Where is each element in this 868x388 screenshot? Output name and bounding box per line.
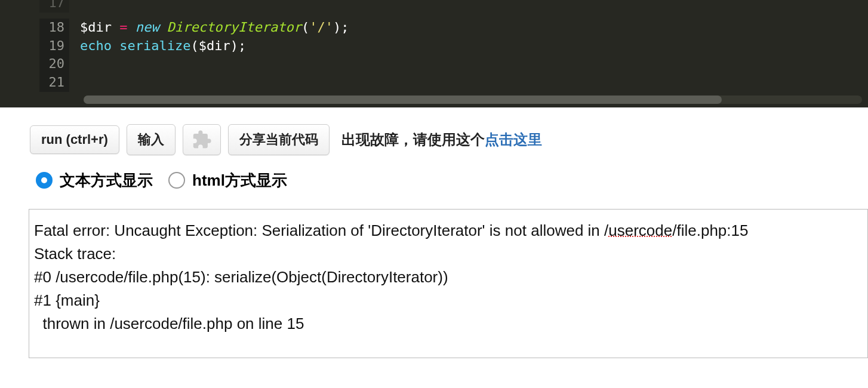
- editor-horizontal-scrollbar[interactable]: [84, 96, 862, 104]
- output-line: Stack trace:: [34, 245, 116, 263]
- radio-icon: [168, 172, 185, 189]
- line-number: 20: [39, 55, 69, 73]
- radio-icon: [36, 172, 53, 189]
- output-line: usercode: [608, 221, 672, 239]
- fault-notice: 出现故障，请使用这个点击这里: [341, 130, 542, 149]
- notice-link[interactable]: 点击这里: [485, 131, 542, 147]
- run-button[interactable]: run (ctrl+r): [30, 125, 119, 154]
- output-line: thrown in /usercode/file.php on line 15: [34, 315, 304, 332]
- display-mode-html[interactable]: html方式显示: [168, 170, 287, 191]
- code-line[interactable]: [69, 0, 80, 19]
- input-button[interactable]: 输入: [127, 124, 176, 155]
- scrollbar-thumb[interactable]: [84, 96, 722, 104]
- display-mode-text-label: 文本方式显示: [60, 170, 153, 191]
- toolbar: run (ctrl+r) 输入 分享当前代码 出现故障，请使用这个点击这里: [0, 107, 868, 164]
- output-line: /file.php:15: [672, 221, 748, 239]
- extensions-button[interactable]: [183, 124, 221, 155]
- code-line[interactable]: $dir = new DirectoryIterator('/');: [69, 19, 349, 37]
- code-editor[interactable]: 1718$dir = new DirectoryIterator('/');19…: [0, 0, 868, 107]
- share-code-button[interactable]: 分享当前代码: [228, 124, 330, 155]
- line-number: 17: [39, 0, 69, 13]
- display-mode-text[interactable]: 文本方式显示: [36, 170, 153, 191]
- output-panel[interactable]: Fatal error: Uncaught Exception: Seriali…: [29, 209, 868, 358]
- code-line[interactable]: echo serialize($dir);: [69, 37, 246, 56]
- output-line: #1 {main}: [34, 291, 100, 309]
- display-mode-group: 文本方式显示 html方式显示: [0, 164, 868, 203]
- display-mode-html-label: html方式显示: [192, 170, 287, 191]
- code-line[interactable]: [69, 73, 80, 92]
- output-line: Fatal error: Uncaught Exception: Seriali…: [34, 221, 608, 239]
- code-line[interactable]: [69, 55, 80, 73]
- line-number: 21: [39, 73, 69, 92]
- line-number: 19: [39, 37, 69, 56]
- notice-text: 出现故障，请使用这个: [341, 131, 485, 147]
- line-number: 18: [39, 19, 69, 37]
- output-line: #0 /usercode/file.php(15): serialize(Obj…: [34, 268, 448, 286]
- puzzle-icon: [192, 130, 212, 150]
